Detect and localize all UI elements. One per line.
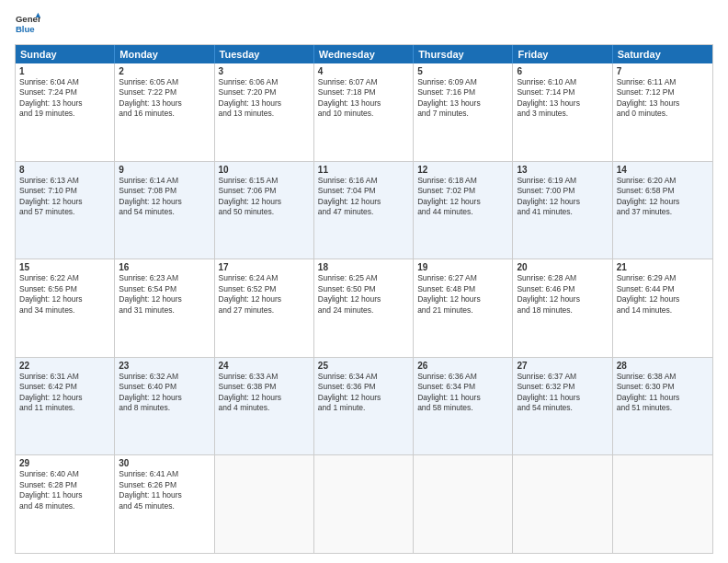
day-cell-14: 14Sunrise: 6:20 AMSunset: 6:58 PMDayligh… [613, 162, 712, 259]
day-cell-20: 20Sunrise: 6:28 AMSunset: 6:46 PMDayligh… [513, 259, 612, 357]
day-number: 27 [517, 361, 608, 371]
cell-info-line: Sunrise: 6:40 AM [19, 469, 110, 479]
cell-info-line: Sunset: 7:04 PM [318, 186, 409, 196]
day-number: 2 [119, 66, 210, 76]
cell-info-line: Sunrise: 6:24 AM [219, 273, 310, 283]
day-number: 8 [19, 165, 110, 175]
cell-info-line: Daylight: 11 hours [417, 393, 508, 403]
cell-info-line: and 58 minutes. [417, 403, 508, 413]
calendar-row-4: 22Sunrise: 6:31 AMSunset: 6:42 PMDayligh… [16, 357, 712, 455]
cell-info-line: Daylight: 12 hours [19, 197, 110, 207]
cell-info-line: Sunset: 7:06 PM [219, 186, 310, 196]
day-cell-15: 15Sunrise: 6:22 AMSunset: 6:56 PMDayligh… [16, 259, 115, 357]
day-cell-9: 9Sunrise: 6:14 AMSunset: 7:08 PMDaylight… [115, 162, 214, 259]
header-cell-friday: Friday [513, 45, 612, 63]
day-number: 14 [617, 165, 709, 175]
cell-info-line: and 11 minutes. [19, 403, 110, 413]
cell-info-line: Daylight: 13 hours [517, 98, 608, 109]
cell-info-line: and 41 minutes. [517, 207, 608, 217]
empty-cell [414, 455, 513, 553]
cell-info-line: Sunset: 6:46 PM [517, 284, 608, 294]
cell-info-line: Sunrise: 6:41 AM [119, 469, 210, 479]
cell-info-line: Sunrise: 6:37 AM [517, 372, 608, 382]
cell-info-line: and 44 minutes. [417, 207, 508, 217]
header-cell-thursday: Thursday [414, 45, 513, 63]
cell-info-line: Sunrise: 6:09 AM [417, 77, 508, 87]
cell-info-line: and 54 minutes. [517, 403, 608, 413]
header-cell-tuesday: Tuesday [215, 45, 314, 63]
cell-info-line: Daylight: 12 hours [318, 197, 409, 207]
day-cell-24: 24Sunrise: 6:33 AMSunset: 6:38 PMDayligh… [215, 358, 314, 455]
calendar-header: SundayMondayTuesdayWednesdayThursdayFrid… [16, 45, 712, 63]
day-number: 25 [318, 361, 409, 371]
cell-info-line: Sunrise: 6:11 AM [617, 77, 709, 87]
cell-info-line: Sunrise: 6:15 AM [219, 176, 310, 186]
cell-info-line: Daylight: 13 hours [617, 98, 709, 109]
cell-info-line: and 14 minutes. [617, 305, 709, 316]
cell-info-line: Daylight: 12 hours [517, 197, 608, 207]
day-number: 4 [318, 66, 409, 76]
day-cell-16: 16Sunrise: 6:23 AMSunset: 6:54 PMDayligh… [115, 259, 214, 357]
cell-info-line: Sunset: 7:10 PM [19, 186, 110, 196]
day-cell-11: 11Sunrise: 6:16 AMSunset: 7:04 PMDayligh… [314, 162, 414, 259]
cell-info-line: Sunset: 7:14 PM [517, 87, 608, 98]
day-number: 12 [417, 165, 508, 175]
cell-info-line: Daylight: 12 hours [219, 197, 310, 207]
cell-info-line: and 27 minutes. [219, 305, 310, 316]
cell-info-line: Sunrise: 6:33 AM [219, 372, 310, 382]
cell-info-line: and 24 minutes. [318, 305, 409, 316]
day-cell-18: 18Sunrise: 6:25 AMSunset: 6:50 PMDayligh… [314, 259, 414, 357]
day-number: 20 [517, 262, 608, 272]
cell-info-line: Sunset: 7:12 PM [617, 87, 709, 98]
day-number: 29 [19, 458, 110, 468]
calendar-page: General Blue SundayMondayTuesdayWednesda… [0, 0, 728, 563]
cell-info-line: Daylight: 12 hours [318, 294, 409, 304]
cell-info-line: and 51 minutes. [617, 403, 709, 413]
cell-info-line: Daylight: 12 hours [417, 294, 508, 304]
cell-info-line: Daylight: 12 hours [517, 294, 608, 304]
calendar-body: 1Sunrise: 6:04 AMSunset: 7:24 PMDaylight… [16, 63, 712, 553]
svg-text:Blue: Blue [16, 24, 35, 34]
cell-info-line: Sunset: 6:42 PM [19, 382, 110, 392]
cell-info-line: Daylight: 12 hours [19, 393, 110, 403]
day-cell-23: 23Sunrise: 6:32 AMSunset: 6:40 PMDayligh… [115, 358, 214, 455]
day-cell-6: 6Sunrise: 6:10 AMSunset: 7:14 PMDaylight… [513, 63, 612, 161]
day-cell-30: 30Sunrise: 6:41 AMSunset: 6:26 PMDayligh… [115, 455, 214, 553]
cell-info-line: and 45 minutes. [119, 501, 210, 511]
cell-info-line: Daylight: 13 hours [219, 98, 310, 109]
cell-info-line: and 7 minutes. [417, 109, 508, 119]
cell-info-line: and 21 minutes. [417, 305, 508, 316]
cell-info-line: Sunset: 6:44 PM [617, 284, 709, 294]
cell-info-line: Sunrise: 6:13 AM [19, 176, 110, 186]
empty-cell [314, 455, 414, 553]
empty-cell [215, 455, 314, 553]
cell-info-line: Daylight: 11 hours [617, 393, 709, 403]
cell-info-line: Daylight: 13 hours [19, 98, 110, 109]
cell-info-line: Sunset: 7:00 PM [517, 186, 608, 196]
day-cell-21: 21Sunrise: 6:29 AMSunset: 6:44 PMDayligh… [613, 259, 712, 357]
cell-info-line: Sunrise: 6:16 AM [318, 176, 409, 186]
cell-info-line: Sunrise: 6:29 AM [617, 273, 709, 283]
cell-info-line: and 57 minutes. [19, 207, 110, 217]
cell-info-line: and 4 minutes. [219, 403, 310, 413]
calendar-row-5: 29Sunrise: 6:40 AMSunset: 6:28 PMDayligh… [16, 454, 712, 553]
cell-info-line: Sunset: 7:20 PM [219, 87, 310, 98]
cell-info-line: Sunrise: 6:20 AM [617, 176, 709, 186]
cell-info-line: Sunrise: 6:19 AM [517, 176, 608, 186]
cell-info-line: and 0 minutes. [617, 109, 709, 119]
cell-info-line: and 1 minute. [318, 403, 409, 413]
cell-info-line: Sunrise: 6:28 AM [517, 273, 608, 283]
cell-info-line: Daylight: 13 hours [417, 98, 508, 109]
cell-info-line: Daylight: 12 hours [318, 393, 409, 403]
cell-info-line: and 19 minutes. [19, 109, 110, 119]
cell-info-line: Sunset: 6:30 PM [617, 382, 709, 392]
day-number: 15 [19, 262, 110, 272]
cell-info-line: Daylight: 12 hours [119, 197, 210, 207]
day-number: 24 [219, 361, 310, 371]
cell-info-line: and 47 minutes. [318, 207, 409, 217]
cell-info-line: and 54 minutes. [119, 207, 210, 217]
cell-info-line: Sunset: 6:58 PM [617, 186, 709, 196]
day-number: 18 [318, 262, 409, 272]
cell-info-line: Sunset: 6:26 PM [119, 480, 210, 490]
day-number: 17 [219, 262, 310, 272]
